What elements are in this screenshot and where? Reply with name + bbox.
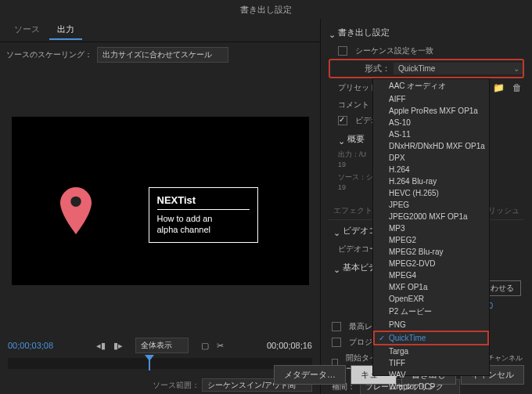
format-option[interactable]: JPEG2000 MXF OP1a xyxy=(373,211,489,222)
format-option[interactable]: HEVC (H.265) xyxy=(373,187,489,199)
format-option[interactable]: Apple ProRes MXF OP1a xyxy=(373,105,489,117)
format-option[interactable]: OpenEXR xyxy=(373,293,489,305)
format-option[interactable]: JPEG xyxy=(373,199,489,211)
format-option[interactable]: DNxHR/DNxHD MXF OP1a xyxy=(373,140,489,152)
video-checkbox[interactable] xyxy=(338,116,347,125)
export-settings-head: 書き出し設定 xyxy=(338,27,390,38)
overlay-box: NEXTist How to add analpha channel xyxy=(149,187,258,243)
format-option[interactable]: MPEG2 Blu-ray xyxy=(373,246,489,258)
tab-effects[interactable]: エフェクト xyxy=(329,203,377,219)
format-option[interactable]: MP3 xyxy=(373,222,489,234)
format-option[interactable]: MPEG2 xyxy=(373,234,489,246)
format-option[interactable]: MPEG2-DVD xyxy=(373,258,489,269)
format-option[interactable]: QuickTime xyxy=(373,331,489,345)
format-select-highlight: 形式： QuickTime xyxy=(329,59,524,78)
left-panel: ソース 出力 ソースのスケーリング： 出力サイズに合わせてスケール NEXTis… xyxy=(0,19,321,394)
step-back-icon[interactable]: ◂▮ xyxy=(96,341,106,351)
format-option[interactable]: WAV xyxy=(373,369,489,381)
scale-select[interactable]: 出力サイズに合わせてスケール xyxy=(97,47,228,63)
format-option[interactable]: AS-11 xyxy=(373,128,489,140)
crop-icon[interactable]: ✂ xyxy=(217,341,224,351)
scale-label: ソースのスケーリング： xyxy=(6,49,92,60)
current-timecode[interactable]: 00;00;03;08 xyxy=(8,341,53,350)
format-option[interactable]: MPEG4 xyxy=(373,269,489,281)
format-dropdown[interactable]: AAC オーディオAIFFApple ProRes MXF OP1aAS-10A… xyxy=(372,78,490,376)
format-label: 形式： xyxy=(365,63,390,74)
window-title: 書き出し設定 xyxy=(0,0,532,19)
render-quality-checkbox[interactable] xyxy=(332,322,341,331)
import-project-checkbox[interactable] xyxy=(332,338,341,347)
video-preview: NEXTist How to add analpha channel xyxy=(12,117,309,285)
metadata-button[interactable]: メタデータ… xyxy=(274,365,346,385)
format-option[interactable]: Targa xyxy=(373,345,489,357)
duration-timecode: 00;00;08;16 xyxy=(267,341,312,350)
format-option[interactable]: AS-10 xyxy=(373,117,489,128)
match-sequence-checkbox[interactable] xyxy=(338,46,347,56)
format-option[interactable]: H.264 xyxy=(373,164,489,175)
format-option[interactable]: P2 ムービー xyxy=(373,305,489,319)
fit-select[interactable]: 全体表示 xyxy=(135,338,189,353)
format-option[interactable]: AIFF xyxy=(373,93,489,105)
tab-source[interactable]: ソース xyxy=(6,20,48,40)
format-option[interactable]: TIFF xyxy=(373,357,489,369)
format-option[interactable]: PNG xyxy=(373,319,489,331)
format-option[interactable]: MXF OP1a xyxy=(373,281,489,293)
format-option[interactable]: DPX xyxy=(373,152,489,164)
right-panel: ⌄書き出し設定 シーケンス設定を一致 形式： QuickTime プリセット： … xyxy=(321,19,532,394)
format-option[interactable]: H.264 Blu-ray xyxy=(373,175,489,187)
step-fwd-icon[interactable]: ▮▸ xyxy=(113,341,123,351)
format-select[interactable]: QuickTime xyxy=(394,63,523,74)
preview-area: NEXTist How to add analpha channel xyxy=(0,67,320,334)
svg-point-0 xyxy=(70,197,81,207)
comment-label: コメント： xyxy=(338,99,377,110)
tab-output[interactable]: 出力 xyxy=(49,20,82,40)
preset-delete-icon[interactable]: 🗑 xyxy=(510,81,524,95)
aspect-icon[interactable]: ▢ xyxy=(201,341,209,351)
overlay-title: NEXTist xyxy=(157,194,250,210)
map-pin-icon xyxy=(59,187,93,234)
format-option[interactable]: AAC オーディオ xyxy=(373,79,489,93)
preset-import-icon[interactable]: 📁 xyxy=(491,81,505,95)
format-option[interactable]: Wraptor DCP xyxy=(373,381,489,392)
